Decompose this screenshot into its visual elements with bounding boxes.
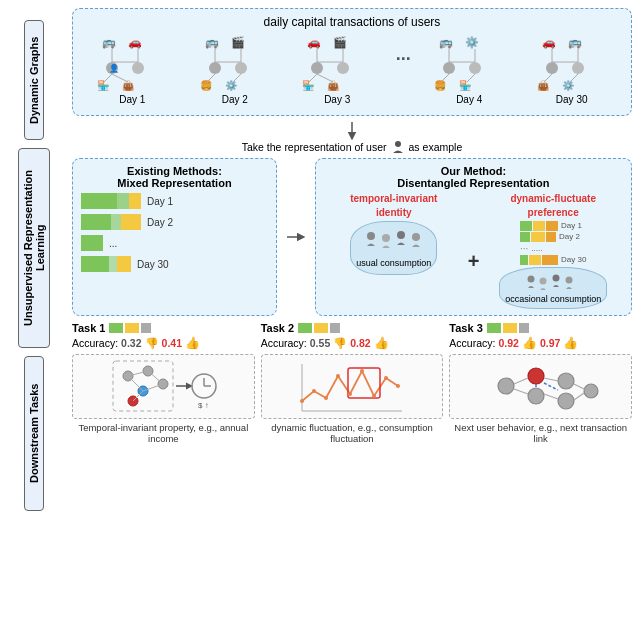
day-2-column: 🚌 🎬 🍔 ⚙️ Day 2 [191,34,279,105]
bar-green-1b [117,193,129,209]
svg-text:🎬: 🎬 [333,35,347,49]
task-2-thumb-down: 👎 [333,337,347,350]
pref-bar-o2 [546,232,556,242]
svg-text:$ ↑: $ ↑ [198,401,209,410]
pref-dots-label: ..... [529,244,542,253]
day-4-graph: 🚌 ⚙️ 🍔 🏪 [429,34,509,92]
dynamic-graphs-section: daily capital transactions of users 🚌 🚗 [72,8,632,116]
svg-text:🍔: 🍔 [434,79,447,92]
plus-sign: + [468,230,480,273]
pref-day30-label: Day 30 [559,255,586,265]
methods-arrow [285,158,307,316]
bar-label-2: Day 2 [147,217,173,228]
bar-label-1: Day 1 [147,196,173,207]
svg-text:⚙️: ⚙️ [465,35,479,49]
svg-point-90 [348,392,352,396]
task-3-desc: Next user behavior, e.g., next transacti… [449,422,632,444]
svg-text:🏪: 🏪 [302,79,315,92]
side-labels: Dynamic Graphs Unsupervised Representati… [0,0,68,629]
day-3-label: Day 3 [324,94,350,105]
pref-bar-g1 [520,221,532,231]
bar-green-30b [109,256,117,272]
svg-line-55 [570,74,578,82]
task-3-id: Task 3 [449,322,482,334]
bar-label-30: Day 30 [137,259,169,270]
identity-cloud-icons [361,228,426,258]
svg-text:🍔: 🍔 [200,79,213,92]
task-3-thumb-up-1: 👍 [522,336,537,350]
svg-line-75 [148,371,163,384]
content-area: daily capital transactions of users 🚌 🚗 [68,0,640,629]
svg-point-96 [528,368,544,384]
task-2-desc: dynamic fluctuation, e.g., consumption f… [261,422,444,444]
task-2-image [261,354,444,419]
existing-methods-box: Existing Methods: Mixed Representation D… [72,158,277,316]
task-1-bars [109,323,151,333]
day-30-label: Day 30 [556,94,588,105]
t2-bar-g [298,323,312,333]
bar-yellow-1 [129,193,141,209]
task-3-thumb-up-2: 👍 [563,336,578,350]
task-2-svg [292,356,412,418]
bar-green-dots [81,235,103,251]
svg-point-59 [367,232,375,240]
svg-point-87 [312,389,316,393]
preference-label-1: dynamic-fluctuate [510,193,596,204]
bar-green-30 [81,256,109,272]
preference-cloud-icons [521,272,586,294]
our-method-content: temporal-invariant identity [324,193,623,309]
pref-day1-label: Day 1 [559,221,582,231]
svg-line-108 [544,383,558,390]
task-1-image: $ ↑ [72,354,255,419]
pref-bar-y2 [531,232,545,242]
preference-cloud-text: occasional consumption [505,294,601,304]
svg-point-7 [132,62,144,74]
preference-label-2: preference [528,207,579,218]
days-row: 🚌 🚗 👤 🏪 👜 [81,34,623,105]
pref-bar-o1 [546,221,558,231]
bar-row-30: Day 30 [81,256,268,272]
svg-point-28 [311,62,323,74]
svg-point-57 [395,141,401,147]
svg-text:🎬: 🎬 [231,35,245,49]
task-3-acc-old: 0.92 [498,337,518,349]
pref-bar-stack: Day 1 Day 2 ··· ..... [520,221,586,265]
our-method-title: Our Method: Disentangled Representation [324,165,623,189]
preference-part: dynamic-fluctuate preference Day 1 [483,193,623,309]
task-1-thumb-up: 👍 [185,336,200,350]
bar-green-1 [81,193,117,209]
t3-bar-g [487,323,501,333]
svg-line-106 [574,393,584,400]
day-4-column: 🚌 ⚙️ 🍔 🏪 Day 4 [425,34,513,105]
svg-line-33 [317,74,333,82]
label-dynamic-graphs: Dynamic Graphs [24,20,44,140]
bar-yellow-30 [117,256,131,272]
svg-point-50 [546,62,558,74]
down-arrow [342,122,362,140]
bar-label-dots: ... [109,238,117,249]
svg-line-44 [467,74,475,82]
svg-text:👤: 👤 [109,63,119,73]
label-unsupervised: Unsupervised Representation Learning [18,148,50,348]
svg-text:🚌: 🚌 [205,35,219,49]
bar-row-1: Day 1 [81,193,268,209]
svg-text:🚌: 🚌 [568,35,582,49]
svg-point-62 [412,233,420,241]
svg-point-17 [209,62,221,74]
person-icon [391,140,405,154]
day-30-graph: 🚗 🚌 👜 ⚙️ [532,34,612,92]
identity-label-2: identity [376,207,412,218]
svg-point-66 [565,277,572,284]
pref-bar-y3 [529,255,541,265]
identity-part: temporal-invariant identity [324,193,464,275]
svg-text:🏪: 🏪 [459,79,472,92]
task-1-header: Task 1 [72,322,151,334]
pref-dots: ··· [520,243,528,254]
task-3-acc-new: 0.97 [540,337,560,349]
pref-day2-label: Day 2 [557,232,580,242]
our-method-box: Our Method: Disentangled Representation … [315,158,632,316]
t3-bar-y [503,323,517,333]
svg-line-105 [574,384,584,389]
task-3-accuracy: Accuracy: 0.92 👍 0.97 👍 [449,336,578,350]
day-2-graph: 🚌 🎬 🍔 ⚙️ [195,34,275,92]
